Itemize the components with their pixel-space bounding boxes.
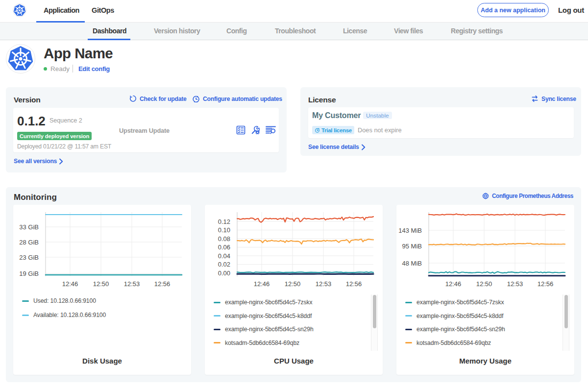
svg-text:0.08: 0.08	[218, 235, 230, 243]
svg-text:12:56: 12:56	[154, 280, 171, 288]
svg-text:12:53: 12:53	[507, 280, 523, 288]
svg-text:0.00: 0.00	[218, 269, 230, 277]
svg-text:12:53: 12:53	[124, 280, 140, 288]
svg-text:12:46: 12:46	[62, 280, 78, 288]
svg-text:0.06: 0.06	[218, 244, 230, 251]
svg-text:12:50: 12:50	[476, 280, 492, 288]
svg-text:0.10: 0.10	[218, 226, 230, 234]
svg-text:12:56: 12:56	[538, 280, 554, 288]
svg-text:12:53: 12:53	[316, 280, 332, 288]
svg-text:33 GiB: 33 GiB	[19, 223, 39, 231]
svg-text:0.04: 0.04	[218, 252, 230, 260]
svg-text:143 MiB: 143 MiB	[398, 227, 422, 234]
svg-text:12:46: 12:46	[445, 280, 462, 288]
svg-text:23 GiB: 23 GiB	[19, 254, 39, 261]
svg-text:12:50: 12:50	[285, 280, 301, 288]
svg-text:19 GiB: 19 GiB	[19, 270, 39, 277]
svg-text:0.02: 0.02	[218, 261, 230, 268]
svg-text:12:56: 12:56	[346, 280, 362, 288]
svg-text:48 MiB: 48 MiB	[402, 260, 422, 267]
svg-text:95 MiB: 95 MiB	[402, 243, 422, 250]
svg-text:12:50: 12:50	[93, 280, 109, 288]
svg-text:0.12: 0.12	[218, 218, 230, 225]
svg-text:12:46: 12:46	[254, 280, 270, 288]
svg-text:28 GiB: 28 GiB	[19, 239, 39, 246]
